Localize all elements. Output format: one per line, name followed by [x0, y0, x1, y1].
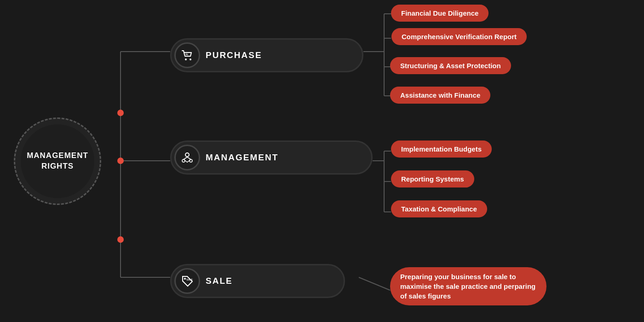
diagram-container: MANAGEMENT RIGHTS % PURCHASE: [0, 0, 644, 322]
dot-sale: [117, 236, 124, 243]
svg-point-19: [190, 59, 191, 60]
tag-structuring-asset: Structuring & Asset Protection: [390, 57, 511, 74]
tag-label: Structuring & Asset Protection: [400, 62, 501, 70]
center-line2: RIGHTS: [41, 162, 74, 170]
purchase-pill[interactable]: % PURCHASE: [170, 38, 363, 72]
sale-label: SALE: [206, 276, 233, 286]
tag-label: Implementation Budgets: [401, 145, 482, 153]
center-circle-inner: MANAGEMENT RIGHTS: [21, 124, 94, 198]
tag-taxation-compliance: Taxation & Compliance: [391, 200, 487, 217]
dot-management: [117, 158, 124, 164]
dot-purchase: [117, 110, 124, 116]
tag-label: Taxation & Compliance: [401, 205, 477, 213]
tag-assistance-finance: Assistance with Finance: [390, 87, 490, 104]
tag-label: Reporting Systems: [401, 175, 464, 183]
sale-pill[interactable]: SALE SALE: [170, 264, 345, 298]
tag-label: Financial Due Diligence: [401, 9, 478, 17]
center-line1: MANAGEMENT: [27, 151, 88, 160]
tag-comprehensive-verification: Comprehensive Verification Report: [391, 28, 527, 45]
tag-financial-due-diligence: Financial Due Diligence: [391, 5, 489, 22]
svg-line-17: [359, 277, 390, 290]
center-circle: MANAGEMENT RIGHTS: [14, 117, 101, 205]
svg-point-18: [185, 59, 187, 60]
svg-point-24: [184, 278, 186, 280]
management-label: MANAGEMENT: [206, 152, 278, 163]
tag-reporting-systems: Reporting Systems: [391, 170, 474, 187]
tag-label: Preparing your business for sale to maxi…: [400, 272, 536, 301]
tag-sale-description: Preparing your business for sale to maxi…: [390, 267, 546, 305]
center-label: MANAGEMENT RIGHTS: [27, 151, 88, 171]
tag-label: Assistance with Finance: [400, 91, 480, 99]
tag-implementation-budgets: Implementation Budgets: [391, 141, 492, 158]
sale-icon: SALE: [174, 268, 200, 294]
svg-text:%: %: [185, 53, 188, 56]
management-pill[interactable]: MANAGEMENT: [170, 141, 373, 175]
purchase-label: PURCHASE: [206, 50, 262, 60]
management-icon: [174, 145, 200, 170]
tag-label: Comprehensive Verification Report: [402, 33, 517, 41]
svg-point-21: [185, 153, 189, 157]
svg-text:SALE: SALE: [186, 278, 193, 281]
purchase-icon: %: [174, 42, 200, 68]
